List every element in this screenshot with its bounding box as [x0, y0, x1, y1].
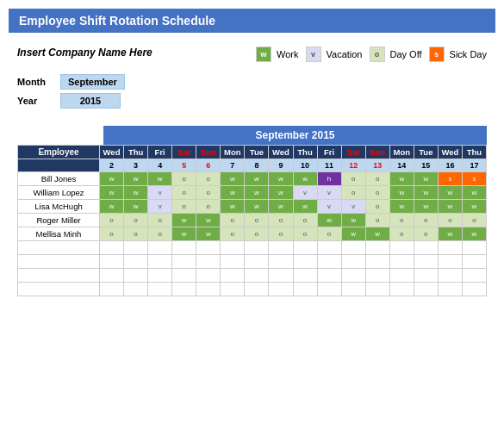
day-header-9: Fri [317, 146, 341, 159]
day-header-14: Wed [438, 146, 462, 159]
legend-dayoff: o Day Off [370, 47, 422, 62]
empty-cell [317, 283, 341, 296]
work-label: Work [277, 49, 298, 59]
legend-sick: s Sick Day [429, 47, 487, 62]
schedule-cell: o [438, 214, 462, 227]
date-cell-15: 17 [462, 159, 486, 172]
schedule-cell: w [269, 172, 293, 186]
schedule-cell: v [341, 200, 365, 214]
schedule-cell: o [245, 227, 269, 241]
day-header-11: Sun [365, 146, 389, 159]
schedule-cell: o [341, 172, 365, 186]
schedule-cell: w [196, 227, 221, 241]
empty-cell [148, 241, 172, 255]
empty-cell [196, 241, 221, 255]
dayoff-label: Day Off [390, 49, 422, 59]
empty-cell [124, 283, 148, 296]
schedule-cell: w [317, 214, 341, 227]
day-header-13: Tue [414, 146, 438, 159]
schedule-cell: o [196, 186, 221, 200]
schedule-cell: o [221, 214, 245, 227]
table-row: Lisa McHughwwvoowwwwvvowwww [18, 200, 487, 214]
schedule-cell: o [245, 214, 269, 227]
empty-cell [365, 255, 389, 269]
schedule-cell: o [293, 214, 317, 227]
date-cell-4: 6 [196, 159, 221, 172]
table-row: Roger Millerooowwoooowwooooo [18, 214, 487, 227]
empty-cell [293, 269, 317, 283]
empty-cell [462, 255, 486, 269]
year-label: Year [17, 96, 52, 106]
schedule-cell: o [414, 214, 438, 227]
schedule-cell: o [341, 186, 365, 200]
date-cell-8: 10 [293, 159, 317, 172]
schedule-cell: w [414, 186, 438, 200]
month-value[interactable]: September [60, 74, 125, 90]
date-cell-5: 7 [221, 159, 245, 172]
day-header-3: Sat [172, 146, 196, 159]
year-value[interactable]: 2015 [60, 93, 121, 109]
empty-cell [196, 283, 221, 296]
empty-cell [245, 269, 269, 283]
employee-header: Employee [18, 146, 100, 159]
day-header-5: Mon [221, 146, 245, 159]
month-label: Month [17, 77, 52, 87]
schedule-cell: o [293, 227, 317, 241]
schedule-cell: o [124, 227, 148, 241]
day-header-8: Thu [293, 146, 317, 159]
date-cell-10: 12 [341, 159, 365, 172]
page-title: Employee Shift Rotation Schedule [9, 9, 495, 33]
empty-cell [221, 241, 245, 255]
empty-cell [341, 269, 365, 283]
date-cell-2: 4 [148, 159, 172, 172]
empty-cell [365, 269, 389, 283]
day-header-10: Sat [341, 146, 365, 159]
day-header-0: Wed [100, 146, 124, 159]
schedule-cell: w [438, 186, 462, 200]
empty-cell [341, 255, 365, 269]
schedule-cell: s [438, 172, 462, 186]
empty-cell [414, 241, 438, 255]
empty-cell [389, 241, 414, 255]
schedule-cell: w [365, 227, 389, 241]
schedule-cell: w [221, 186, 245, 200]
empty-cell [438, 241, 462, 255]
empty-cell [245, 241, 269, 255]
empty-cell [365, 283, 389, 296]
schedule-cell: o [148, 214, 172, 227]
emp-name-4: Mellisa Minh [18, 227, 100, 241]
schedule-cell: w [245, 172, 269, 186]
schedule-cell: w [462, 200, 486, 214]
schedule-cell: o [269, 227, 293, 241]
sick-icon: s [429, 47, 445, 62]
empty-cell [462, 241, 486, 255]
schedule-cell: v [317, 186, 341, 200]
schedule-cell: o [365, 172, 389, 186]
schedule-cell: o [317, 227, 341, 241]
schedule-cell: w [100, 186, 124, 200]
schedule-cell: w [124, 172, 148, 186]
empty-cell [221, 255, 245, 269]
schedule-cell: w [124, 186, 148, 200]
empty-cell [148, 255, 172, 269]
schedule-cell: o [365, 214, 389, 227]
schedule-cell: v [148, 200, 172, 214]
schedule-cell: o [462, 214, 486, 227]
schedule-cell: o [365, 186, 389, 200]
table-row: William Lopezwwvoowwwvvoowwww [18, 186, 487, 200]
schedule-cell: w [293, 200, 317, 214]
schedule-cell: w [172, 214, 196, 227]
emp-name-0: Bill Jones [18, 172, 100, 186]
emp-name-2: Lisa McHugh [18, 200, 100, 214]
schedule-cell: o [414, 227, 438, 241]
empty-cell [438, 269, 462, 283]
schedule-cell: w [462, 186, 486, 200]
date-cell-12: 14 [389, 159, 414, 172]
month-row: Month September [17, 74, 487, 90]
empty-cell [389, 283, 414, 296]
schedule-cell: w [341, 214, 365, 227]
empty-row [18, 241, 487, 255]
day-header-15: Thu [462, 146, 486, 159]
date-cell-7: 9 [269, 159, 293, 172]
empty-cell [389, 255, 414, 269]
